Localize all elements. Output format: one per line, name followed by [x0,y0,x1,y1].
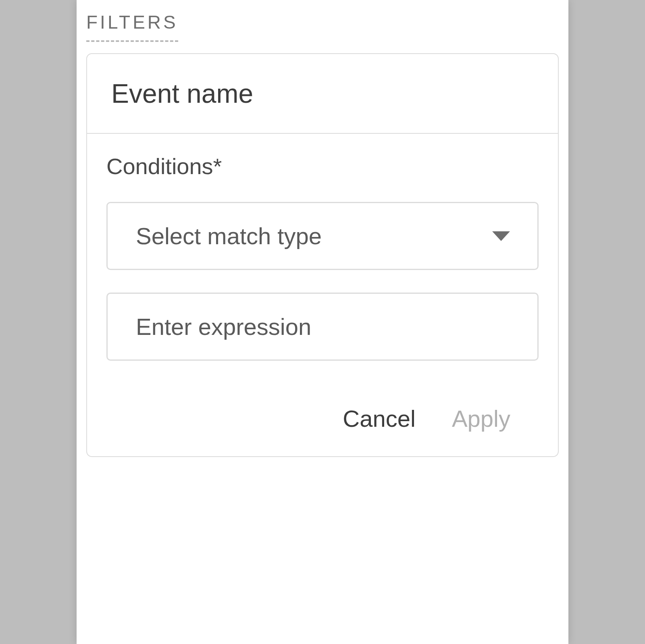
card-header: Event name [87,54,558,134]
cancel-button[interactable]: Cancel [343,405,416,432]
expression-input[interactable] [106,293,539,361]
match-type-select[interactable]: Select match type [106,202,539,270]
conditions-label: Conditions* [106,153,539,179]
filter-card: Event name Conditions* Select match type… [86,53,559,457]
filters-panel: FILTERS Event name Conditions* Select ma… [77,0,568,644]
section-title: FILTERS [86,0,178,42]
chevron-down-icon [492,231,510,241]
card-body: Conditions* Select match type Cancel App… [87,134,558,456]
apply-button[interactable]: Apply [452,405,510,432]
filter-field-label: Event name [111,78,534,109]
match-type-select-placeholder: Select match type [136,222,322,249]
button-row: Cancel Apply [106,405,539,432]
